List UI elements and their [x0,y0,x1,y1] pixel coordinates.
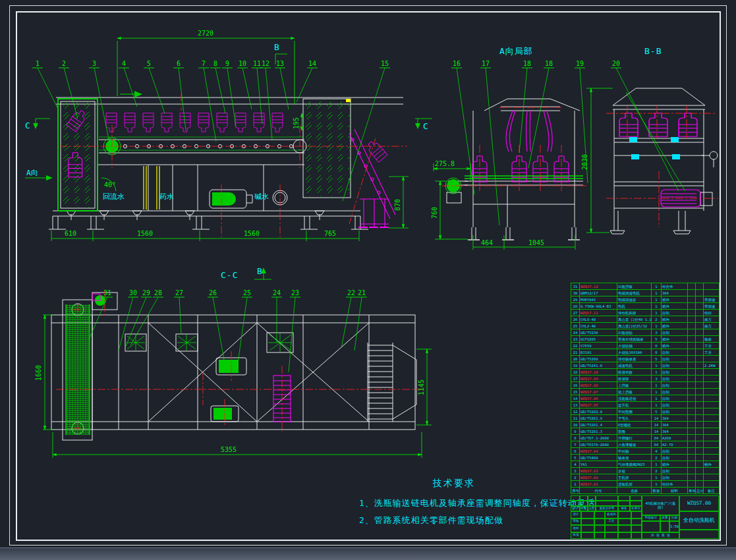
bom-row: 2WZQS7.02主机架1自制 [571,474,720,481]
titleblock-scale: 1:50 [669,521,679,532]
bb-title: B-B [644,46,662,56]
bb-bottles-pump [619,113,700,207]
titleblock-1 [605,525,618,532]
titleblock-cell [581,532,594,540]
balloon-callouts: 1617181819 [451,60,588,225]
balloon-15: 15 [381,60,389,67]
label-a-direction: A向 [26,169,38,177]
bom-row: 24GB/T5230出瓶链轮3自制 [571,329,720,336]
titleblock-1: 处数 [580,506,588,511]
balloon-14: 14 [308,60,316,67]
dim-760: 760 [431,207,438,219]
balloon-26: 26 [209,289,217,296]
bom-row: 21BJ101大链轮16X1008自制工业 [571,349,720,356]
balloon-31: 31 [103,289,111,296]
titleblock-cell [588,495,596,501]
titleblock-cell [596,501,618,506]
bom-row: 27WZQS7.11传动机构架1自制组焊 [571,310,720,316]
bom-row: 8GB/T67.1-2000开槽螺钉84A200 [571,435,720,441]
titleblock-cell [594,511,605,518]
tank-return-water: 回流水 [103,192,125,201]
bom-row: 16WZQS7.08上挡板1自制 [571,382,720,389]
dimensions-cc: 1660 1145 5355 [35,315,432,458]
titleblock-cell [581,525,594,532]
titleblock-cell [581,511,594,518]
titleblock-cell [594,525,605,532]
bom-row: 22S7859大链轮轴8购件工业 [571,343,720,349]
bom-row: 20GB/T5280传动轴承座5自制 [571,356,720,362]
bom-row: 30QBM12/17电磁调速电机1304 [571,290,720,296]
label-b-bottom: B [257,266,263,276]
bom-table: 31WZQS7.12出瓶挡板1组合件30QBM12/17电磁调速电机130429… [571,283,720,494]
balloon-7: 7 [202,60,206,67]
bb-section-view: B-B [580,40,731,257]
titleblock-cell [594,518,605,526]
balloon-10: 10 [239,60,246,67]
balloon-1: 1 [36,60,40,67]
titleblock-cell [618,518,631,526]
balloon-20: 20 [612,60,620,67]
title-block: 标记处数分区更改文件号签名年月日设计标准化审核工艺校对批准45机械设备厂/(集团… [571,495,719,539]
titleblock-1 [605,532,618,540]
a-partial-view: A向局部 275. [428,40,593,257]
titleblock-cell [571,501,580,506]
balloon-24: 24 [273,289,281,296]
dim-464: 464 [481,239,493,246]
dim-5355: 5355 [221,446,237,453]
dim-610: 610 [65,230,76,237]
balloon-27: 27 [175,289,183,296]
titleblock-cell [618,501,630,506]
balloon-4: 4 [122,60,126,67]
balloon-11: 11 [253,60,261,67]
titleblock-cell [618,532,631,540]
titleblock-company: 45机械设备厂/(集团) [642,495,679,515]
titleblock-0: 校对 [571,525,581,532]
bom-row: 280.75KW-90L4-B3电机1购件带调速 [571,303,720,310]
tank-labels: 回流水 药水 碱水 [103,192,269,201]
titleblock-cell [679,530,719,539]
balloon-13: 13 [276,60,284,67]
bom-row: 3WZQS7.03水箱2自制 [571,468,720,474]
centerlines [59,94,407,237]
balloon-16: 16 [453,60,461,67]
titleblock-cell [594,532,605,540]
titleblock-sheet_note: 共 张 第 张 [642,532,679,539]
titleblock-cell [630,501,642,506]
bom-row: 12GB/T5282.0中间垫圈5自制 [571,408,720,415]
tank-chem-water: 药水 [159,192,174,201]
dim-195: 195 [293,117,300,129]
titleblock-cell [631,532,642,540]
titleblock-cell [630,495,642,501]
bom-row: 18WZQS7.10喷淋管路1自制 [571,369,720,376]
titleblock-drawing_no: WZQS7.00 [679,495,719,511]
dim-275.8: 275.8 [435,160,455,167]
dim-2030: 2030 [581,154,588,170]
balloon-30: 30 [129,289,137,296]
titleblock-cell [618,525,631,532]
main-front-view: 2720 195 870 610 1560 1560 765 40° A向 C … [20,26,445,273]
tech-req-item-1: 1、洗瓶输送链电机及轴承座需调整同轴度，保证转动灵活 [359,495,583,512]
dim-1045: 1045 [528,239,544,246]
dim-1560a: 1560 [137,230,153,237]
titleblock-drawing_name: 全自动洗瓶机 [679,511,719,530]
bom-row: 25CHL2-40离心泵口径25/321购件南方 [571,323,720,329]
bom-header-row: 序号代号名称数量材料单件总计备注 [571,488,720,494]
titleblock-cell [571,495,580,501]
bom-row: 6WZQS7.04中间轴4自制 [571,448,720,455]
titleblock-cell [580,495,588,501]
titleblock-1: 标准化 [605,511,618,518]
bb-frame [610,88,718,234]
technical-requirements: 技术要求 1、洗瓶输送链电机及轴承座需调整同轴度，保证转动灵活 2、管路系统相关… [359,478,583,529]
titleblock-1: 质量 [660,515,669,521]
titleblock-2: 分区 [588,506,596,511]
dim-2720: 2720 [198,30,213,37]
dim-870: 870 [394,199,401,211]
balloon-18: 18 [545,60,553,67]
dimensions-bb: 2030 [581,88,613,233]
lift-and-glass-panels [58,91,351,211]
app-bottom-strip [0,547,736,560]
a-partial-title: A向局部 [499,46,533,56]
balloon-25: 25 [243,289,251,296]
titleblock-cell [618,495,630,501]
bom-row: 26CHL8-40离心泵 口径40 1.1KW2购件南方 [571,316,720,323]
